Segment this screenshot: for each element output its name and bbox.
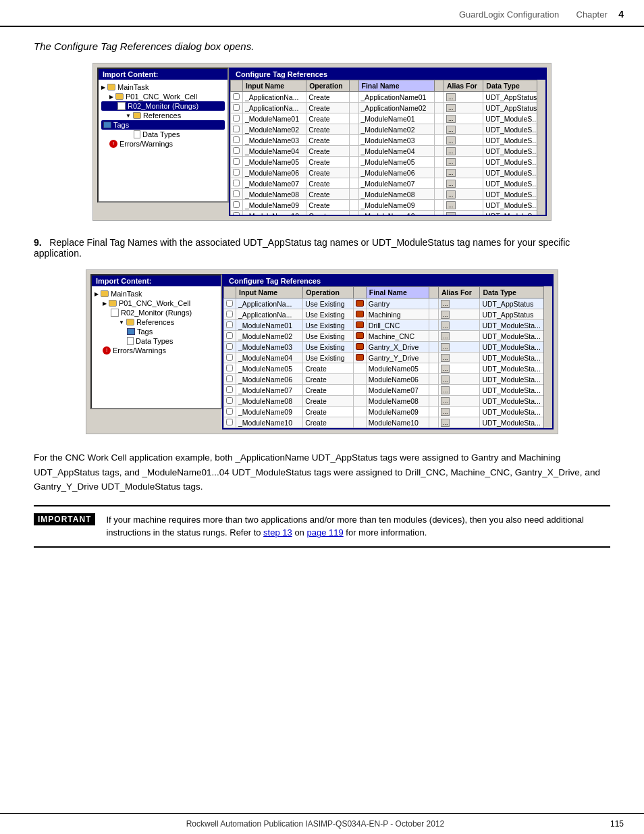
- cell-icon[interactable]: [353, 309, 366, 320]
- alias-button[interactable]: ...: [441, 300, 450, 308]
- alias-button[interactable]: ...: [446, 169, 456, 177]
- cell-final[interactable]: _ModuleName03: [358, 135, 434, 146]
- cell-alias[interactable]: ...: [444, 189, 483, 200]
- cell-alias[interactable]: ...: [444, 92, 483, 103]
- row-checkbox[interactable]: [233, 180, 240, 186]
- table-row[interactable]: _ModuleName04Use ExistingGantry_Y_Drive.…: [224, 353, 552, 363]
- table-row[interactable]: _ModuleName05CreateModuleName05...UDT_Mo…: [224, 363, 552, 374]
- table-row[interactable]: _ModuleName03Create_ModuleName03...UDT_M…: [231, 135, 545, 146]
- cell-alias[interactable]: ...: [444, 167, 483, 178]
- cell-final[interactable]: _ApplicationName01: [358, 92, 434, 103]
- cell-icon[interactable]: [353, 331, 366, 342]
- cell-final[interactable]: _ModuleName06: [358, 167, 434, 178]
- cell-alias[interactable]: ...: [438, 331, 480, 342]
- table-row[interactable]: _ApplicationNa...Create_ApplicationName0…: [231, 103, 545, 113]
- cell-alias[interactable]: ...: [438, 342, 480, 353]
- row-checkbox[interactable]: [226, 419, 233, 425]
- table-row[interactable]: _ModuleName04Create_ModuleName04...UDT_M…: [231, 146, 545, 157]
- cell-final[interactable]: Gantry_X_Drive: [366, 342, 429, 353]
- cell-final[interactable]: _ModuleName01: [358, 113, 434, 124]
- cell-alias[interactable]: ...: [444, 135, 483, 146]
- row-checkbox[interactable]: [226, 365, 233, 371]
- cell-alias[interactable]: ...: [444, 200, 483, 211]
- cell-final[interactable]: _ModuleName05: [358, 157, 434, 167]
- table-row[interactable]: _ApplicationNa...Create_ApplicationName0…: [231, 92, 545, 103]
- alias-button[interactable]: ...: [441, 375, 450, 384]
- cell-alias[interactable]: ...: [438, 385, 480, 396]
- alias-button[interactable]: ...: [446, 180, 456, 188]
- cell-final[interactable]: _ModuleName02: [358, 124, 434, 135]
- table-row[interactable]: _ModuleName08CreateModuleName08...UDT_Mo…: [224, 396, 552, 407]
- cell-final[interactable]: _ModuleName09: [358, 200, 434, 211]
- row-checkbox[interactable]: [226, 321, 233, 328]
- cell-final[interactable]: ModuleName05: [366, 363, 429, 374]
- cell-alias[interactable]: ...: [438, 298, 480, 309]
- row-checkbox[interactable]: [233, 212, 240, 215]
- alias-button[interactable]: ...: [446, 190, 456, 199]
- row-checkbox[interactable]: [226, 408, 233, 415]
- alias-button[interactable]: ...: [446, 158, 456, 166]
- cell-final[interactable]: _ModuleName04: [358, 146, 434, 157]
- alias-button[interactable]: ...: [441, 321, 450, 330]
- cell-final[interactable]: Gantry_Y_Drive: [366, 353, 429, 363]
- cell-final[interactable]: _ApplicationName02: [358, 103, 434, 113]
- cell-final[interactable]: Machining: [366, 309, 429, 320]
- cell-alias[interactable]: ...: [444, 211, 483, 215]
- table-row[interactable]: _ModuleName10CreateModuleName10...UDT_Mo…: [224, 417, 552, 428]
- table-row[interactable]: _ModuleName02Use ExistingMachine_CNC...U…: [224, 331, 552, 342]
- alias-button[interactable]: ...: [446, 115, 456, 123]
- alias-button[interactable]: ...: [441, 419, 450, 427]
- cell-alias[interactable]: ...: [444, 178, 483, 189]
- alias-button[interactable]: ...: [446, 147, 456, 155]
- table-row[interactable]: _ModuleName10Create_ModuleName10...UDT_M…: [231, 211, 545, 215]
- row-checkbox[interactable]: [233, 104, 240, 111]
- row-checkbox[interactable]: [226, 386, 233, 393]
- cell-final[interactable]: _ModuleName07: [358, 178, 434, 189]
- table-row[interactable]: _ApplicationNa...Use ExistingGantry...UD…: [224, 298, 552, 309]
- page119-link[interactable]: page 119: [306, 527, 343, 538]
- alias-button[interactable]: ...: [441, 332, 450, 340]
- cell-icon[interactable]: [353, 298, 366, 309]
- cell-final[interactable]: ModuleName10: [366, 417, 429, 428]
- cell-final[interactable]: ModuleName06: [366, 374, 429, 385]
- row-checkbox[interactable]: [226, 343, 233, 350]
- cell-final[interactable]: ModuleName07: [366, 385, 429, 396]
- cell-alias[interactable]: ...: [444, 146, 483, 157]
- step13-link[interactable]: step 13: [263, 527, 292, 538]
- alias-button[interactable]: ...: [441, 408, 450, 416]
- row-checkbox[interactable]: [233, 147, 240, 154]
- cell-final[interactable]: Drill_CNC: [366, 320, 429, 331]
- tree-item[interactable]: Tags: [101, 120, 225, 130]
- cell-alias[interactable]: ...: [444, 124, 483, 135]
- table-row[interactable]: _ModuleName07Create_ModuleName07...UDT_M…: [231, 178, 545, 189]
- table-row[interactable]: _ModuleName08Create_ModuleName08...UDT_M…: [231, 189, 545, 200]
- cell-alias[interactable]: ...: [444, 157, 483, 167]
- table-row[interactable]: _ModuleName09CreateModuleName09...UDT_Mo…: [224, 407, 552, 417]
- table-row[interactable]: _ModuleName07CreateModuleName07...UDT_Mo…: [224, 385, 552, 396]
- row-checkbox[interactable]: [226, 375, 233, 382]
- row-checkbox[interactable]: [233, 201, 240, 208]
- alias-button[interactable]: ...: [441, 365, 450, 373]
- cell-alias[interactable]: ...: [444, 103, 483, 113]
- row-checkbox[interactable]: [233, 115, 240, 122]
- row-checkbox[interactable]: [226, 397, 233, 404]
- alias-button[interactable]: ...: [441, 311, 450, 319]
- row-checkbox[interactable]: [226, 311, 233, 317]
- table-row[interactable]: _ModuleName06CreateModuleName06...UDT_Mo…: [224, 374, 552, 385]
- alias-button[interactable]: ...: [446, 212, 456, 215]
- cell-icon[interactable]: [353, 342, 366, 353]
- cell-alias[interactable]: ...: [438, 407, 480, 417]
- cell-alias[interactable]: ...: [438, 396, 480, 407]
- cell-alias[interactable]: ...: [438, 417, 480, 428]
- table-row[interactable]: _ModuleName01Use ExistingDrill_CNC...UDT…: [224, 320, 552, 331]
- row-checkbox[interactable]: [233, 93, 240, 100]
- alias-button[interactable]: ...: [441, 386, 450, 394]
- row-checkbox[interactable]: [233, 126, 240, 132]
- row-checkbox[interactable]: [226, 300, 233, 307]
- row-checkbox[interactable]: [233, 136, 240, 143]
- cell-final[interactable]: Machine_CNC: [366, 331, 429, 342]
- table-row[interactable]: _ModuleName02Create_ModuleName02...UDT_M…: [231, 124, 545, 135]
- tree-item-highlighted[interactable]: R02_Monitor (Rungs): [101, 101, 225, 111]
- cell-final[interactable]: ModuleName08: [366, 396, 429, 407]
- alias-button[interactable]: ...: [446, 126, 456, 134]
